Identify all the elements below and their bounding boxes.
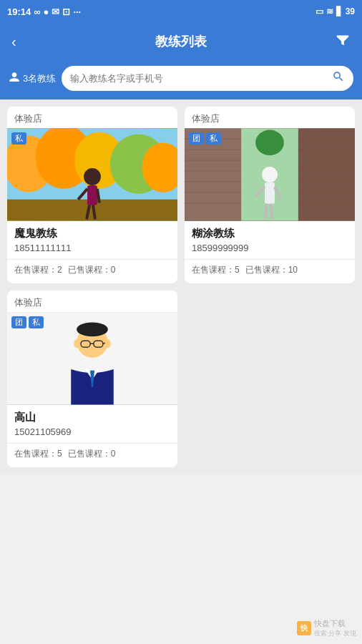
svg-rect-8 xyxy=(87,185,97,205)
card-info-1: 魔鬼教练 18511111111 xyxy=(7,221,177,253)
tags-1: 私 xyxy=(11,132,26,145)
tags-2: 团 私 xyxy=(189,132,221,145)
coach-count: 3名教练 xyxy=(9,72,56,85)
card-image-wrap-2: 团 私 xyxy=(185,128,355,221)
tag-group-2: 团 xyxy=(189,132,204,145)
coach-list: 体验店 xyxy=(0,99,362,474)
coach-card-3[interactable]: 体验店 xyxy=(7,291,177,467)
coach-stats-2: 在售课程：5 已售课程：10 xyxy=(185,264,355,276)
status-time: 19:14 xyxy=(7,6,31,17)
back-button[interactable]: ‹ xyxy=(11,34,16,50)
coach-card-2[interactable]: 体验店 xyxy=(185,107,355,283)
tags-3: 团 私 xyxy=(11,316,44,328)
status-chat-icon: ● xyxy=(44,6,49,17)
status-left: 19:14 ∞ ● ✉ ⊡ ··· xyxy=(7,6,81,17)
sold-courses-label-3: 已售课程：0 xyxy=(68,448,116,460)
sold-courses-label-2: 已售课程：10 xyxy=(245,264,298,276)
card-store-2: 体验店 xyxy=(185,107,355,128)
status-dots-icon: ··· xyxy=(73,6,81,17)
active-courses-value-1: 2 xyxy=(57,265,62,275)
active-courses-value-2: 5 xyxy=(235,265,240,275)
active-courses-label-2: 在售课程：5 xyxy=(192,264,240,276)
svg-rect-15 xyxy=(298,129,355,221)
sold-courses-label-1: 已售课程：0 xyxy=(68,264,116,276)
filter-button[interactable] xyxy=(335,32,351,52)
card-image-wrap-1: 私 xyxy=(7,128,177,221)
active-courses-label-3: 在售课程：5 xyxy=(14,448,62,460)
card-image-wrap-3: 团 私 xyxy=(7,312,177,405)
status-right: ▭ ≋ ▋ 39 xyxy=(315,6,355,16)
status-mail-icon: ✉ xyxy=(52,6,59,17)
coach-name-1: 魔鬼教练 xyxy=(14,227,170,240)
wifi-icon: ≋ xyxy=(326,6,333,16)
svg-point-32 xyxy=(262,167,278,182)
svg-point-31 xyxy=(255,130,284,156)
card-store-1: 体验店 xyxy=(7,107,177,128)
coach-stats-3: 在售课程：5 已售课程：0 xyxy=(7,448,177,460)
tag-private-1: 私 xyxy=(11,132,26,145)
divider-3 xyxy=(7,443,177,444)
status-signal-dots: ∞ xyxy=(34,6,40,17)
svg-point-40 xyxy=(77,322,108,336)
search-input[interactable] xyxy=(70,73,328,84)
watermark-icon: 快 xyxy=(297,621,311,635)
coach-name-3: 高山 xyxy=(14,411,170,424)
divider-2 xyxy=(185,259,355,260)
status-bar: 19:14 ∞ ● ✉ ⊡ ··· ▭ ≋ ▋ 39 xyxy=(0,0,362,23)
active-courses-label-1: 在售课程：2 xyxy=(14,264,62,276)
sold-courses-value-2: 10 xyxy=(288,265,298,275)
svg-point-47 xyxy=(105,339,111,348)
svg-rect-33 xyxy=(265,182,275,204)
app-header: ‹ 教练列表 xyxy=(0,23,362,60)
coach-phone-2: 18599999999 xyxy=(192,243,348,253)
divider-1 xyxy=(7,259,177,260)
search-bar: 3名教练 xyxy=(0,60,362,99)
coach-stats-1: 在售课程：2 已售课程：0 xyxy=(7,264,177,276)
coach-card-1[interactable]: 体验店 xyxy=(7,107,177,283)
coach-name-2: 糊涂教练 xyxy=(192,227,348,240)
coach-phone-1: 18511111111 xyxy=(14,243,170,253)
svg-point-46 xyxy=(74,339,79,348)
sold-courses-value-1: 0 xyxy=(111,265,116,275)
signal-icon: ▋ xyxy=(336,6,343,16)
watermark-text: 快盘下载 搜索 分享 发现 xyxy=(314,618,356,638)
card-info-2: 糊涂教练 18599999999 xyxy=(185,221,355,253)
tag-group-3: 团 xyxy=(11,316,26,328)
card-store-3: 体验店 xyxy=(7,291,177,312)
coach-image-1 xyxy=(7,128,177,221)
watermark: 快 快盘下载 搜索 分享 发现 xyxy=(297,618,356,638)
sold-courses-value-3: 0 xyxy=(111,449,116,459)
active-courses-value-3: 5 xyxy=(57,449,62,459)
coach-phone-3: 15021105969 xyxy=(14,426,170,437)
card-info-3: 高山 15021105969 xyxy=(7,405,177,437)
search-icon[interactable] xyxy=(332,70,345,87)
battery-icon: ▭ xyxy=(315,6,323,16)
page-title: 教练列表 xyxy=(155,33,207,50)
status-share-icon: ⊡ xyxy=(62,6,70,17)
coach-count-icon xyxy=(9,72,20,85)
search-input-wrap[interactable] xyxy=(62,66,353,91)
svg-point-7 xyxy=(84,168,101,185)
tag-private-2: 私 xyxy=(206,132,221,145)
coach-count-label: 3名教练 xyxy=(23,72,56,85)
battery-level: 39 xyxy=(346,6,355,16)
tag-private-3: 私 xyxy=(29,316,44,328)
